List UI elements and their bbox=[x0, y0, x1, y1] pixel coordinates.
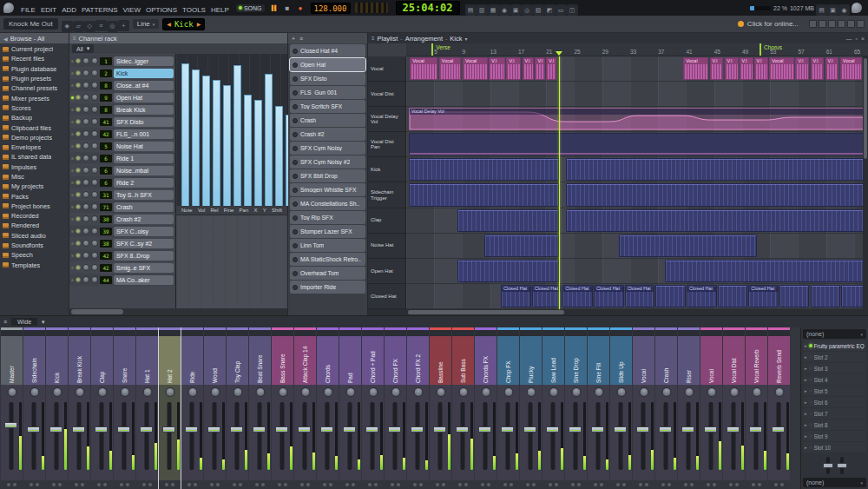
channel-row[interactable]: 38SFX C..sy #2 bbox=[69, 237, 175, 249]
mixer-strip[interactable]: Chord FX 2 bbox=[407, 327, 429, 489]
graph-label[interactable]: Pan bbox=[240, 208, 249, 213]
playlist-clip[interactable]: Closed Hat bbox=[562, 285, 593, 307]
pan-knob[interactable] bbox=[120, 387, 129, 397]
graph-label[interactable]: Shift bbox=[272, 208, 282, 213]
pan-knob[interactable] bbox=[187, 387, 197, 397]
pan-knob[interactable] bbox=[616, 387, 626, 397]
channel-mute-toggle[interactable] bbox=[76, 204, 81, 209]
channel-name-button[interactable]: Close..at #4 bbox=[114, 81, 174, 90]
prev-pattern-icon[interactable]: ◀ bbox=[167, 21, 171, 27]
fader-handle[interactable] bbox=[456, 426, 469, 433]
fader-handle[interactable] bbox=[823, 463, 833, 468]
mixer-menu-icon[interactable]: ≡ bbox=[3, 319, 7, 325]
playlist-clip[interactable]: Closed Hat bbox=[625, 285, 655, 307]
fx-slot[interactable]: ▸Slot 5 bbox=[803, 386, 866, 396]
menu-file[interactable]: FILE bbox=[18, 6, 38, 14]
fader-handle[interactable] bbox=[501, 426, 514, 433]
mute-led-icon[interactable] bbox=[345, 483, 349, 486]
channel-mute-toggle[interactable] bbox=[76, 277, 81, 282]
playlist-clip[interactable] bbox=[619, 235, 758, 257]
pan-knob[interactable] bbox=[142, 387, 152, 397]
fx-enable-icon[interactable] bbox=[735, 483, 739, 486]
output-target-selector[interactable]: (none) ▾ bbox=[803, 478, 866, 487]
pan-knob[interactable] bbox=[300, 387, 310, 397]
strip-label[interactable]: Chord + Pad bbox=[362, 336, 384, 385]
menu-view[interactable]: VIEW bbox=[121, 6, 143, 14]
mute-led-icon[interactable] bbox=[639, 483, 642, 486]
graph-bar[interactable] bbox=[233, 65, 241, 206]
channel-pan-knob[interactable] bbox=[82, 240, 89, 247]
pan-knob[interactable] bbox=[774, 387, 784, 397]
pattern-item[interactable]: SFX Disto bbox=[290, 72, 365, 85]
fx-enable-icon[interactable] bbox=[13, 483, 16, 486]
channel-volume-knob[interactable] bbox=[91, 57, 98, 64]
channel-row[interactable]: 2Kick bbox=[69, 67, 175, 79]
mixer-strip[interactable]: Chord + Pad bbox=[362, 327, 384, 489]
mute-led-icon[interactable] bbox=[774, 483, 778, 486]
fx-enable-icon[interactable] bbox=[532, 483, 536, 486]
pan-knob[interactable] bbox=[436, 387, 445, 397]
mixer-strip[interactable]: Vocal Reverb bbox=[746, 327, 767, 489]
fx-slot[interactable]: ▸Slot 2 bbox=[803, 352, 866, 362]
mixer-strip[interactable]: Vocal bbox=[633, 327, 654, 489]
playlist-track-header[interactable]: Vocal Dist Pan bbox=[368, 132, 405, 157]
mixer-strip[interactable]: Clap bbox=[91, 327, 113, 489]
channel-mute-toggle[interactable] bbox=[76, 241, 81, 246]
pan-knob[interactable] bbox=[233, 387, 242, 397]
playlist-clip[interactable] bbox=[457, 209, 559, 232]
pattern-item[interactable]: Smogen Whistle SFX bbox=[290, 183, 365, 196]
pattern-item[interactable]: SFX Cym Noisy bbox=[290, 142, 365, 155]
fader-handle[interactable] bbox=[117, 426, 130, 433]
channel-mute-toggle[interactable] bbox=[76, 180, 81, 185]
toolbar-icon[interactable]: ◩ bbox=[544, 4, 556, 16]
channel-volume-knob[interactable] bbox=[91, 179, 98, 186]
playlist-clip[interactable]: Vocal bbox=[439, 57, 462, 80]
mixer-strip[interactable]: Break Kick bbox=[69, 327, 90, 489]
channel-name-button[interactable]: Ride 1 bbox=[114, 154, 174, 163]
mixer-strip[interactable]: Chord FX bbox=[385, 327, 406, 489]
step-grid-area[interactable] bbox=[176, 215, 287, 308]
playlist-track-header[interactable]: Closed Hat bbox=[368, 284, 405, 309]
playlist-clip[interactable] bbox=[779, 285, 810, 307]
browser-item[interactable]: Plugin presets bbox=[0, 74, 69, 83]
fx-enable-icon[interactable] bbox=[194, 483, 197, 486]
mute-led-icon[interactable] bbox=[255, 483, 259, 486]
mixer-layout-selector[interactable]: Wide bbox=[11, 318, 37, 326]
mute-led-icon[interactable] bbox=[391, 483, 394, 486]
fader-handle[interactable] bbox=[230, 426, 243, 433]
channel-row[interactable]: 8Break Kick bbox=[69, 103, 175, 116]
channel-pan-knob[interactable] bbox=[82, 94, 89, 101]
fx-enable-icon[interactable] bbox=[352, 483, 355, 486]
playlist-clip[interactable]: Vocal bbox=[840, 57, 861, 80]
channel-volume-knob[interactable] bbox=[91, 215, 98, 222]
fader-handle[interactable] bbox=[4, 422, 17, 428]
fader-handle[interactable] bbox=[749, 426, 762, 433]
fader-handle[interactable] bbox=[343, 426, 356, 433]
strip-label[interactable]: Sub Bass bbox=[452, 336, 474, 385]
edit-tool-icon[interactable]: + bbox=[118, 20, 129, 31]
channel-name-button[interactable]: Smig..e SFX bbox=[114, 263, 174, 273]
toolbar-icon[interactable]: ▣ bbox=[827, 4, 838, 16]
browser-item[interactable]: Misc bbox=[0, 172, 69, 182]
mute-led-icon[interactable] bbox=[413, 483, 417, 486]
tempo-display[interactable]: 128.000 bbox=[311, 3, 351, 14]
pan-knob[interactable] bbox=[684, 387, 694, 397]
mixer-strip[interactable]: Chords bbox=[317, 327, 339, 489]
playlist-clip[interactable]: V.l bbox=[710, 57, 724, 80]
channel-name-button[interactable]: Noise..mbal bbox=[114, 166, 174, 175]
pattern-item[interactable]: Toy Rip SFX bbox=[290, 211, 365, 224]
fader-handle[interactable] bbox=[185, 426, 198, 433]
mute-led-icon[interactable] bbox=[323, 483, 326, 486]
fader-handle[interactable] bbox=[365, 426, 378, 433]
playlist-track-header[interactable]: Vocal bbox=[368, 56, 405, 82]
playlist-track-header[interactable]: Vocal Dist bbox=[368, 82, 405, 107]
fader-handle[interactable] bbox=[636, 426, 649, 433]
mute-led-icon[interactable] bbox=[142, 483, 146, 486]
browser-item[interactable]: My projects bbox=[0, 182, 69, 191]
channel-row[interactable]: 31Toy S..h SFX bbox=[69, 188, 175, 201]
channel-pan-knob[interactable] bbox=[82, 106, 89, 113]
pattern-item[interactable]: Importer Ride bbox=[290, 281, 365, 294]
mute-led-icon[interactable] bbox=[30, 483, 33, 486]
fader-handle[interactable] bbox=[433, 426, 446, 433]
graph-bar[interactable] bbox=[223, 85, 231, 206]
